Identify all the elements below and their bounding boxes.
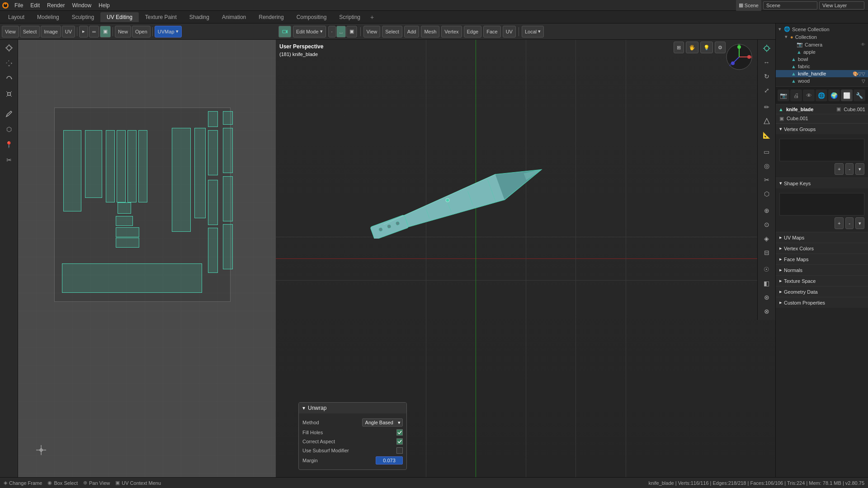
vp-shear-tool[interactable]: ◧ [760, 277, 774, 290]
rotate-tool[interactable] [2, 71, 16, 86]
sk-more-btn[interactable]: ▾ [855, 217, 864, 229]
viewport-camera-icon[interactable] [278, 26, 291, 38]
method-dropdown[interactable]: Angle Based ▾ [362, 418, 403, 427]
scene-tree-knife-handle[interactable]: ▲ knife_handle 🎨▽▽ [776, 70, 868, 77]
viewport-local-dropdown[interactable]: Local ▾ [522, 26, 544, 38]
viewport-view-menu[interactable]: View [363, 26, 381, 38]
prop-scene-tab[interactable]: 🌐 [816, 89, 827, 101]
uv-open-btn[interactable]: Open [132, 26, 151, 38]
uv-map-selector[interactable]: UVMap ▾ [155, 26, 182, 38]
vp-rotate-tool[interactable]: ↻ [760, 70, 774, 83]
viewport-uv-menu[interactable]: UV [503, 26, 516, 38]
margin-input[interactable]: 0.073 [376, 456, 403, 465]
scene-tree-apple[interactable]: ▲ apple [776, 48, 868, 56]
uv-island-5[interactable] [127, 130, 137, 202]
uv-maps-header[interactable]: ▸ UV Maps [776, 232, 868, 243]
tab-scripting[interactable]: Scripting [333, 12, 367, 22]
vp-grab-tool[interactable]: ☉ [760, 263, 774, 276]
prop-render-tab[interactable]: 📷 [778, 89, 789, 101]
prop-modifier-tab[interactable]: 🔧 [854, 89, 865, 101]
vertex-groups-header[interactable]: ▾ Vertex Groups [776, 123, 868, 134]
uv-island-edge2[interactable] [223, 176, 233, 221]
stitch-tool[interactable]: ✂ [2, 153, 16, 167]
custom-properties-header[interactable]: ▸ Custom Properties [776, 297, 868, 308]
vp-extrude-tool[interactable]: ⊕ [760, 204, 774, 217]
fill-holes-checkbox[interactable] [396, 429, 403, 436]
uv-island-r1[interactable] [208, 130, 218, 175]
uv-island-8[interactable] [194, 128, 206, 218]
vp-move-tool[interactable]: ↔ [760, 56, 774, 69]
help-menu[interactable]: Help [95, 1, 113, 9]
tab-compositing[interactable]: Compositing [290, 12, 333, 22]
vg-more-btn[interactable]: ▾ [855, 163, 864, 175]
texture-space-header[interactable]: ▸ Texture Space [776, 275, 868, 286]
vp-select-tool[interactable] [760, 42, 774, 55]
scene-tree-bowl[interactable]: ▲ bowl [776, 56, 868, 63]
sk-add-btn[interactable]: + [835, 217, 844, 229]
uv-island-r3[interactable] [208, 228, 218, 273]
tab-animation[interactable]: Animation [216, 12, 252, 22]
uv-island-bottom[interactable] [62, 263, 202, 293]
render-menu[interactable]: Render [43, 1, 68, 9]
vg-add-btn[interactable]: + [835, 163, 844, 175]
uv-island-4[interactable] [117, 130, 126, 202]
tab-texture-paint[interactable]: Texture Paint [139, 12, 183, 22]
uv-mode-face[interactable]: ▣ [100, 26, 111, 38]
viewport-select-menu[interactable]: Select [382, 26, 402, 38]
scene-tree-fabric[interactable]: ▲ fabric [776, 63, 868, 70]
tab-uv-editing[interactable]: UV Editing [100, 12, 139, 22]
viewport-icon-2[interactable]: 🖐 [686, 42, 698, 53]
vp-to-sphere[interactable]: ⊛ [760, 291, 774, 304]
viewport-icon-3[interactable]: 💡 [700, 42, 713, 53]
uv-island-edge1[interactable] [223, 128, 233, 173]
file-menu[interactable]: File [11, 1, 27, 9]
viewport-icon-4[interactable]: ⚙ [715, 42, 726, 53]
uv-island-1[interactable] [63, 130, 81, 211]
prop-output-tab[interactable]: 🖨 [790, 89, 802, 101]
vp-annotate-tool[interactable]: ✏ [760, 100, 774, 113]
vp-box-tool[interactable]: ▭ [760, 145, 774, 158]
vertex-colors-header[interactable]: ▸ Vertex Colors [776, 243, 868, 253]
uv-island-3[interactable] [106, 130, 115, 202]
vp-loopcut-tool[interactable]: ⊟ [760, 246, 774, 259]
uv-island-r2[interactable] [208, 180, 218, 225]
uv-island-edge3[interactable] [223, 224, 233, 269]
tab-layout[interactable]: Layout [2, 12, 31, 22]
pin-tool[interactable]: 📍 [2, 137, 16, 152]
viewport-face-menu[interactable]: Face [483, 26, 500, 38]
scene-tree-collection[interactable]: ▾ ● Collection [776, 33, 868, 41]
uv-image-menu[interactable]: Image [41, 26, 61, 38]
vg-remove-btn[interactable]: - [845, 163, 854, 175]
vp-measure-tool[interactable]: 📐 [760, 128, 774, 141]
scene-collection-root[interactable]: ▾ 🌐 Scene Collection [776, 25, 868, 33]
view-layer-selector[interactable]: View Layer [819, 1, 864, 9]
correct-aspect-checkbox[interactable] [396, 438, 403, 445]
tab-rendering[interactable]: Rendering [252, 12, 290, 22]
popup-collapse-icon[interactable]: ▾ [302, 405, 305, 411]
scene-tree-camera[interactable]: 📷 Camera 👁 [776, 41, 868, 48]
viewport-icon-1[interactable]: ⊞ [674, 42, 684, 53]
orientation-widget[interactable]: X Y Z [726, 43, 753, 72]
face-maps-header[interactable]: ▸ Face Maps [776, 253, 868, 264]
prop-object-tab[interactable]: ⬜ [841, 89, 853, 101]
viewport-mesh-menu[interactable]: Mesh [421, 26, 439, 38]
layout-selector[interactable]: ▦ Scene [736, 0, 761, 11]
uv-island-11[interactable] [116, 227, 139, 237]
vp-loop-tool[interactable]: ◎ [760, 159, 774, 172]
uv-editor-canvas[interactable] [18, 40, 276, 477]
uv-island-9[interactable] [118, 202, 131, 214]
uv-island-top-strip[interactable] [208, 111, 218, 127]
sample-tool[interactable]: ⬡ [2, 122, 16, 136]
uv-select-menu[interactable]: Select [20, 26, 40, 38]
uv-island-7[interactable] [172, 128, 191, 232]
uv-uv-menu[interactable]: UV [62, 26, 75, 38]
uv-island-edge-top[interactable] [223, 111, 233, 125]
vp-scale-tool[interactable]: ⤢ [760, 84, 774, 97]
shape-keys-header[interactable]: ▾ Shape Keys [776, 178, 868, 188]
uv-mode-edge[interactable]: ═ [89, 26, 99, 38]
viewport-add-menu[interactable]: Add [404, 26, 420, 38]
uv-mode-vertex[interactable]: ▸ [79, 26, 88, 38]
prop-view-tab[interactable]: 👁 [803, 89, 815, 101]
move-tool[interactable] [2, 56, 16, 70]
viewport-vertex-menu[interactable]: Vertex [441, 26, 462, 38]
